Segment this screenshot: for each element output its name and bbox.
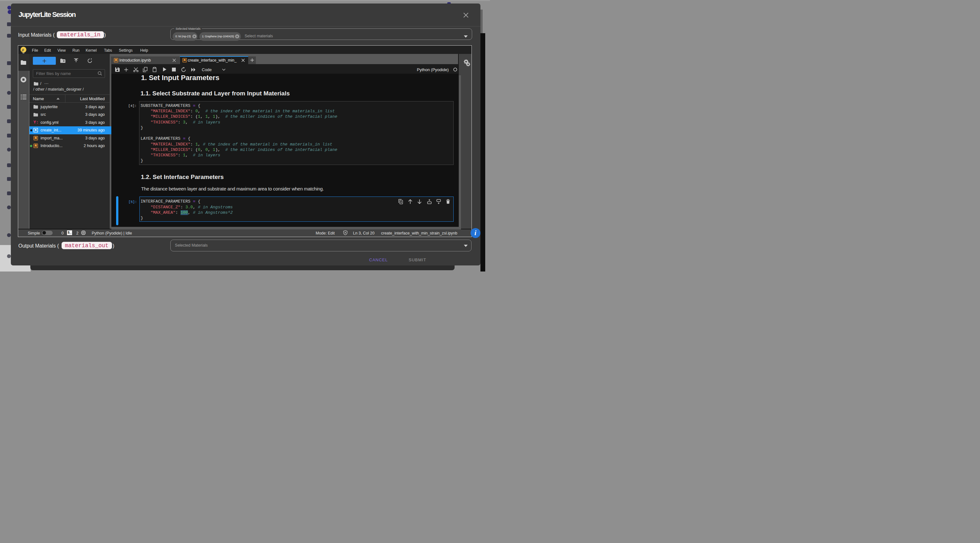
svg-text:jl: jl <box>21 48 24 51</box>
